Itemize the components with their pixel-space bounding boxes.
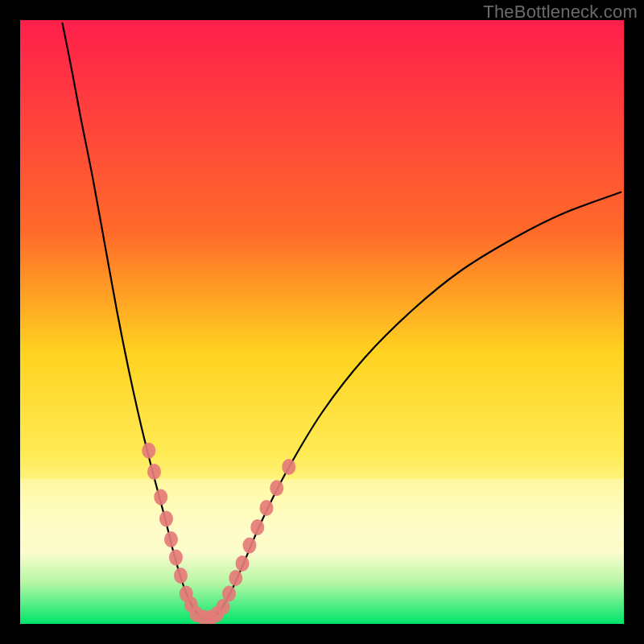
dot-dots-left-6: [174, 568, 188, 584]
dot-dots-right-2: [236, 555, 250, 572]
dot-dots-right-5: [260, 500, 274, 516]
dot-dots-right-6: [270, 480, 283, 496]
dot-dots-right-3: [243, 538, 257, 554]
chart-frame: TheBottleneck.com: [0, 0, 644, 644]
dot-dots-left-5: [169, 550, 183, 566]
dot-dots-left-4: [164, 531, 178, 547]
watermark-text: TheBottleneck.com: [483, 2, 638, 23]
svg-rect-0: [20, 479, 624, 539]
dot-dots-right-1: [229, 570, 242, 586]
dot-dots-right-7: [282, 459, 295, 475]
dot-dots-left-1: [147, 464, 161, 480]
pale-band: [20, 479, 624, 539]
dot-dots-left-2: [154, 489, 167, 506]
dot-dots-right-0: [222, 586, 236, 602]
plot-svg: [20, 20, 624, 624]
dot-dots-right-4: [250, 519, 264, 535]
dot-dots-left-3: [159, 511, 173, 527]
plot-area: [20, 20, 624, 624]
dot-dots-left-0: [142, 443, 155, 459]
